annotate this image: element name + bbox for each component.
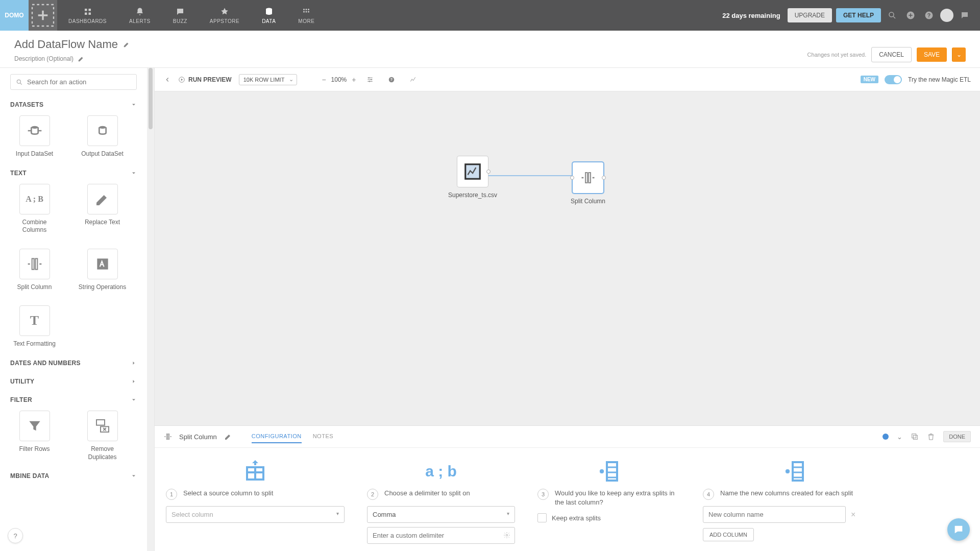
zoom-out-button[interactable]: − xyxy=(322,76,326,84)
tile-output-dataset[interactable]: Output DataSet xyxy=(78,115,127,158)
chat-panel-icon xyxy=(960,11,969,20)
svg-rect-27 xyxy=(466,165,479,178)
nav-appstore[interactable]: APPSTORE xyxy=(199,0,251,31)
nav-more[interactable]: MORE xyxy=(287,0,326,31)
validate-button[interactable] xyxy=(406,73,420,87)
help-bubble[interactable]: ? xyxy=(8,528,23,543)
node-output-port[interactable] xyxy=(602,176,606,180)
node-output-port[interactable] xyxy=(486,170,491,174)
text-formatting-icon: T xyxy=(30,313,39,328)
svg-point-3 xyxy=(306,9,307,10)
svg-rect-33 xyxy=(912,434,916,438)
keep-extra-splits-checkbox[interactable] xyxy=(537,513,547,522)
svg-rect-30 xyxy=(166,434,167,440)
tile-string-operations[interactable]: String Operations xyxy=(78,249,127,292)
zoom-level: 100% xyxy=(331,76,347,83)
section-datasets[interactable]: DATASETS xyxy=(10,101,137,108)
gear-icon[interactable] xyxy=(503,532,510,539)
section-combine-data[interactable]: MBINE DATA xyxy=(10,472,137,480)
zoom-in-button[interactable]: + xyxy=(352,76,356,84)
svg-point-14 xyxy=(99,126,106,129)
cancel-button[interactable]: CANCEL xyxy=(871,47,912,62)
toolbar-help-button[interactable]: ? xyxy=(384,73,399,87)
add-tab-button[interactable] xyxy=(29,0,57,31)
sidebar-scrollbar[interactable] xyxy=(147,68,154,551)
new-column-name-input[interactable] xyxy=(703,506,846,523)
nav-alerts[interactable]: ALERTS xyxy=(118,0,162,31)
done-button[interactable]: DONE xyxy=(943,431,971,442)
search-button[interactable] xyxy=(885,8,899,22)
svg-point-35 xyxy=(506,534,508,536)
tile-replace-text[interactable]: Replace Text xyxy=(78,184,127,234)
input-dataset-icon xyxy=(27,123,43,139)
run-preview-button[interactable]: RUN PREVIEW xyxy=(178,76,232,83)
search-icon xyxy=(16,79,23,86)
section-filter[interactable]: FILTER xyxy=(10,396,137,403)
source-column-select[interactable]: Select column xyxy=(166,506,345,523)
step-3: 3Would you like to keep any extra splits… xyxy=(537,457,680,544)
svg-point-6 xyxy=(306,11,307,12)
magic-etl-toggle[interactable] xyxy=(885,75,902,84)
node-input-port[interactable] xyxy=(570,176,574,180)
actions-sidebar: DATASETS Input DataSet Output DataSet TE… xyxy=(0,68,155,551)
add-column-button[interactable]: ADD COLUMN xyxy=(703,528,754,541)
tile-input-dataset[interactable]: Input DataSet xyxy=(10,115,59,158)
settings-button[interactable] xyxy=(363,73,377,87)
logo[interactable]: DOMO xyxy=(0,0,29,31)
edit-description-icon[interactable] xyxy=(78,55,85,62)
back-button[interactable] xyxy=(164,73,171,87)
upgrade-button[interactable]: UPGRADE xyxy=(788,8,832,22)
page-description[interactable]: Description (Optional) xyxy=(14,55,130,62)
output-dataset-icon xyxy=(94,123,111,139)
search-actions-input[interactable] xyxy=(10,74,137,90)
dataflow-canvas[interactable]: Superstore_ts.csv Split Column xyxy=(155,91,980,425)
save-dropdown-button[interactable]: ⌄ xyxy=(952,47,966,62)
check-graph-icon xyxy=(409,76,416,83)
save-button[interactable]: SAVE xyxy=(917,47,947,62)
section-text[interactable]: TEXT xyxy=(10,170,137,177)
tab-configuration[interactable]: CONFIGURATION xyxy=(252,430,302,443)
tile-combine-columns[interactable]: A ; BCombine Columns xyxy=(10,184,59,234)
tile-remove-duplicates[interactable]: Remove Duplicates xyxy=(78,411,127,461)
node-superstore[interactable]: Superstore_ts.csv xyxy=(448,156,497,199)
get-help-button[interactable]: GET HELP xyxy=(836,8,881,22)
buzz-panel-button[interactable] xyxy=(958,8,972,22)
edit-title-icon[interactable] xyxy=(123,41,130,48)
delete-icon[interactable] xyxy=(927,433,935,441)
user-avatar[interactable] xyxy=(940,9,953,22)
chat-bubble[interactable] xyxy=(947,518,970,541)
tile-filter-rows[interactable]: Filter Rows xyxy=(10,411,59,461)
add-button[interactable] xyxy=(903,8,918,22)
delimiter-select[interactable]: Comma xyxy=(367,506,515,523)
days-remaining: 22 days remaining xyxy=(722,12,780,19)
section-dates-numbers[interactable]: DATES AND NUMBERS xyxy=(10,360,137,367)
nav-buzz[interactable]: BUZZ xyxy=(162,0,199,31)
status-indicator[interactable] xyxy=(883,434,889,440)
search-input-field[interactable] xyxy=(27,78,131,86)
nav-data[interactable]: DATA xyxy=(251,0,287,31)
dataset-node-icon xyxy=(463,162,482,181)
svg-rect-16 xyxy=(35,258,37,269)
chat-icon xyxy=(176,7,185,16)
top-nav: DOMO DASHBOARDS ALERTS BUZZ APPSTORE DAT… xyxy=(0,0,980,31)
edit-config-title-icon[interactable] xyxy=(224,433,232,441)
appstore-icon xyxy=(220,7,229,16)
string-operations-icon xyxy=(94,256,111,272)
tile-split-column[interactable]: Split Column xyxy=(10,249,59,292)
copy-icon[interactable] xyxy=(911,433,919,441)
page-title[interactable]: Add DataFlow Name xyxy=(14,38,130,51)
row-limit-select[interactable]: 10K ROW LIMIT xyxy=(239,74,298,85)
tile-text-formatting[interactable]: TText Formatting xyxy=(10,305,59,348)
status-dropdown[interactable]: ⌄ xyxy=(897,433,902,441)
remove-column-button[interactable]: × xyxy=(851,510,855,519)
chevron-down-icon xyxy=(131,170,137,176)
tab-notes[interactable]: NOTES xyxy=(313,430,333,443)
nav-dashboards[interactable]: DASHBOARDS xyxy=(57,0,118,31)
replace-text-icon xyxy=(94,191,111,207)
bell-icon xyxy=(135,7,144,16)
canvas-toolbar: RUN PREVIEW 10K ROW LIMIT − 100% + ? NEW… xyxy=(155,68,980,91)
help-button[interactable]: ? xyxy=(922,8,936,22)
section-utility[interactable]: UTILITY xyxy=(10,378,137,385)
custom-delimiter-input[interactable] xyxy=(367,527,515,544)
node-split-column[interactable]: Split Column xyxy=(571,162,605,205)
